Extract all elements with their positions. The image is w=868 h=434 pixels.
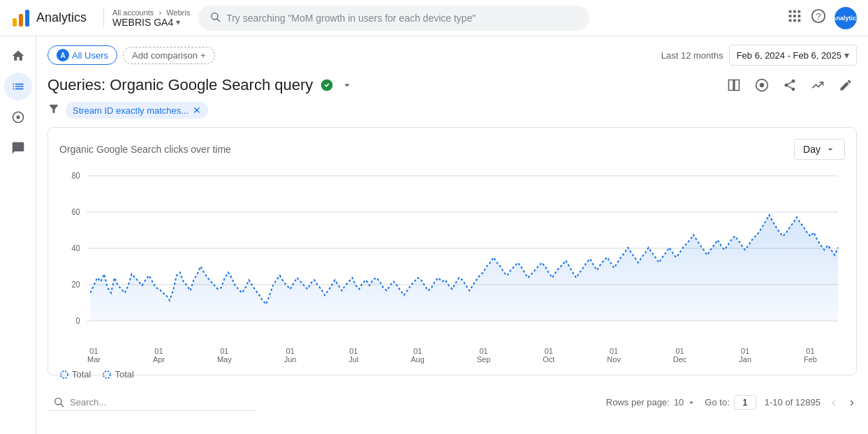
- filter-row: Stream ID exactly matches... ✕: [47, 102, 857, 119]
- svg-rect-11: [789, 20, 792, 22]
- svg-rect-6: [793, 10, 796, 13]
- svg-rect-12: [793, 20, 796, 22]
- rows-dropdown-chevron: [686, 398, 696, 407]
- goto-input[interactable]: [734, 395, 756, 410]
- sidebar-explore[interactable]: [4, 103, 32, 131]
- svg-rect-0: [13, 18, 17, 27]
- x-label-nov: 01Nov: [607, 347, 621, 364]
- verified-check-icon: [320, 78, 334, 92]
- topbar: Analytics All accounts › Webris WEBRIS G…: [0, 0, 868, 36]
- sidebar-advertising[interactable]: [4, 134, 32, 162]
- day-dropdown-chevron: [825, 144, 836, 155]
- rows-per-page-label: Rows per page:: [606, 397, 670, 407]
- property-chevron: ▾: [176, 17, 180, 27]
- x-label-apr: 01Apr: [153, 347, 165, 364]
- goto-label: Go to:: [705, 397, 729, 407]
- svg-rect-7: [798, 10, 801, 13]
- pagination-info: 1-10 of 12895: [765, 397, 821, 407]
- svg-text:80: 80: [72, 172, 80, 181]
- sidebar: [0, 36, 36, 434]
- insights-icon[interactable]: [751, 74, 773, 96]
- title-icons: [723, 74, 857, 96]
- sidebar-reports[interactable]: [4, 73, 32, 100]
- svg-line-33: [61, 404, 64, 407]
- chart-svg: 80 60 40 20 0: [59, 168, 845, 350]
- title-dropdown-icon[interactable]: [341, 79, 353, 91]
- x-label-mar: 01Mar: [87, 347, 101, 364]
- table-search-bar[interactable]: Search...: [47, 394, 257, 411]
- x-label-jun: 01Jun: [284, 347, 297, 364]
- svg-rect-1: [19, 14, 23, 27]
- date-range-chevron: ▾: [844, 50, 849, 61]
- svg-point-30: [61, 371, 68, 378]
- search-bar[interactable]: Try searching "MoM growth in users for e…: [198, 6, 589, 31]
- x-label-aug: 01Aug: [411, 347, 425, 364]
- property-name: WEBRIS GA4: [112, 17, 173, 28]
- svg-line-4: [217, 19, 220, 22]
- title-row: Queries: Organic Google Search query: [47, 74, 857, 96]
- svg-text:?: ?: [816, 11, 821, 22]
- filter-chip-text: Stream ID exactly matches...: [73, 105, 189, 116]
- svg-text:60: 60: [72, 208, 80, 217]
- table-controls: Search... Rows per page: 10 Go to: 1-10 …: [47, 387, 857, 418]
- add-comparison-button[interactable]: Add comparison +: [123, 47, 215, 64]
- legend-circle-icon-1: [59, 370, 69, 380]
- user-avatar[interactable]: Analytics: [834, 7, 857, 29]
- legend-circle-icon-2: [102, 370, 112, 380]
- rows-per-page-select[interactable]: 10: [674, 397, 696, 407]
- search-icon: [209, 11, 221, 25]
- filter-close-icon[interactable]: ✕: [193, 105, 201, 116]
- page-title: Queries: Organic Google Search query: [47, 76, 313, 94]
- svg-text:0: 0: [76, 317, 80, 326]
- property-selector[interactable]: WEBRIS GA4 ▾: [112, 17, 190, 28]
- help-icon[interactable]: ?: [811, 8, 826, 27]
- filter-chip[interactable]: Stream ID exactly matches... ✕: [66, 102, 208, 119]
- pagination-prev-button[interactable]: ‹: [829, 392, 839, 412]
- edit-icon[interactable]: [834, 74, 857, 96]
- chart-title: Organic Google Search clicks over time: [59, 144, 231, 155]
- account-breadcrumb: All accounts › Webris: [112, 8, 190, 17]
- date-range-text: Feb 6, 2024 - Feb 6, 2025: [737, 50, 841, 61]
- legend-item-total-2: Total: [102, 369, 133, 380]
- chart-card: Organic Google Search clicks over time D…: [47, 127, 857, 375]
- filter-icon[interactable]: [47, 103, 60, 118]
- x-label-jan: 01Jan: [739, 347, 751, 364]
- day-dropdown[interactable]: Day: [794, 139, 845, 160]
- rows-per-page-section: Rows per page: 10: [606, 397, 697, 407]
- x-label-jul: 01Jul: [348, 347, 358, 364]
- ga-logo-icon: [11, 8, 31, 28]
- date-range-button[interactable]: Feb 6, 2024 - Feb 6, 2025 ▾: [729, 45, 857, 66]
- pagination-next-button[interactable]: ›: [847, 392, 857, 412]
- logo-area: Analytics: [11, 8, 87, 28]
- content-area: A All Users Add comparison + Last 12 mon…: [36, 36, 868, 434]
- search-placeholder: Try searching "MoM growth in users for e…: [226, 13, 476, 24]
- all-users-avatar: A: [57, 49, 69, 61]
- svg-point-31: [103, 371, 110, 378]
- apps-grid-icon[interactable]: [787, 8, 802, 27]
- rows-per-page-value: 10: [674, 397, 684, 407]
- chart-header: Organic Google Search clicks over time D…: [59, 139, 845, 160]
- share-icon[interactable]: [779, 74, 801, 96]
- compare-columns-icon[interactable]: [723, 74, 745, 96]
- x-label-feb: 01Feb: [804, 347, 817, 364]
- svg-rect-5: [789, 10, 792, 13]
- table-search-icon: [53, 396, 64, 407]
- app-title: Analytics: [36, 10, 87, 25]
- account-nav: All accounts › Webris WEBRIS GA4 ▾: [103, 8, 190, 28]
- x-label-sep: 01Sep: [477, 347, 491, 364]
- sidebar-home[interactable]: [4, 42, 32, 70]
- main-layout: A All Users Add comparison + Last 12 mon…: [0, 36, 868, 434]
- segment-bar: A All Users Add comparison + Last 12 mon…: [47, 45, 857, 66]
- trend-icon[interactable]: [807, 74, 829, 96]
- svg-rect-8: [789, 15, 792, 17]
- table-search-placeholder: Search...: [70, 397, 106, 407]
- x-label-dec: 01Dec: [673, 347, 687, 364]
- svg-text:20: 20: [72, 280, 80, 290]
- chart-area: 80 60 40 20 0: [59, 168, 845, 364]
- legend-item-total-1: Total: [59, 369, 91, 380]
- all-users-chip[interactable]: A All Users: [47, 45, 117, 65]
- svg-rect-13: [798, 20, 801, 22]
- svg-rect-10: [798, 15, 801, 17]
- svg-point-17: [16, 116, 20, 119]
- last-period-label: Last 12 months: [661, 50, 723, 61]
